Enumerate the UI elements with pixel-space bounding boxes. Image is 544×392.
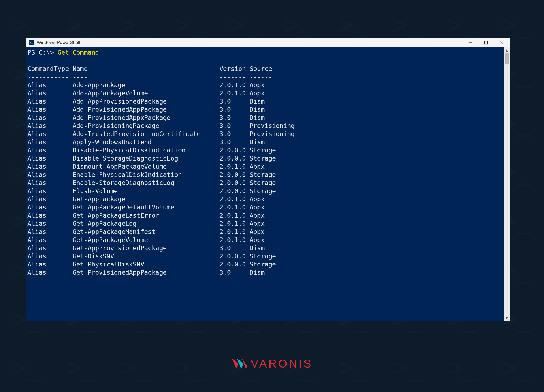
scroll-up-icon[interactable]: ▲: [504, 47, 510, 53]
brand-name: VARONIS: [251, 357, 313, 370]
terminal-output[interactable]: PS C:\> Get-Command CommandType Name Ver…: [26, 47, 510, 321]
close-button[interactable]: [494, 38, 510, 47]
scroll-down-icon[interactable]: ▼: [504, 315, 510, 321]
powershell-window: Windows PowerShell PS C:\> Get-Command C…: [26, 38, 510, 321]
window-title: Windows PowerShell: [37, 40, 80, 45]
svg-rect-0: [29, 40, 34, 45]
varonis-mark-icon: [231, 358, 248, 370]
powershell-icon: [29, 40, 35, 46]
scroll-track[interactable]: [504, 53, 510, 315]
maximize-button[interactable]: [478, 38, 494, 47]
scrollbar[interactable]: ▲ ▼: [504, 47, 510, 321]
titlebar[interactable]: Windows PowerShell: [26, 38, 510, 48]
brand-logo: VARONIS: [0, 357, 544, 370]
svg-rect-1: [485, 41, 488, 44]
scroll-thumb[interactable]: [505, 53, 509, 64]
minimize-button[interactable]: [462, 38, 478, 47]
